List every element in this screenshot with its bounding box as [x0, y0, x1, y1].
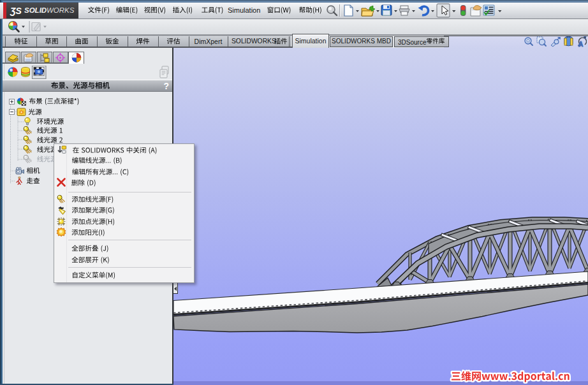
svg-text:A: A	[578, 41, 583, 47]
